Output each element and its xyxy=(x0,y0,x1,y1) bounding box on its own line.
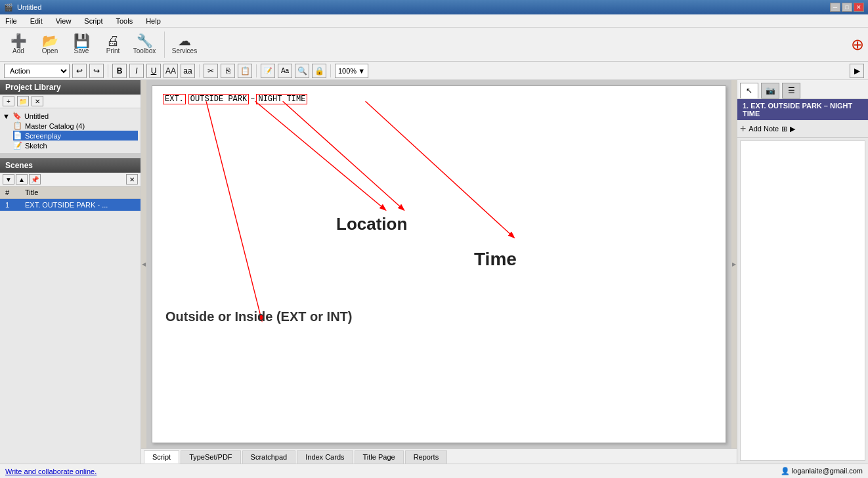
script-tabs: Script TypeSet/PDF Scratchpad Index Card… xyxy=(141,448,737,464)
scenes-column-headers: # Title xyxy=(0,186,141,199)
save-button[interactable]: 💾 Save xyxy=(67,30,96,60)
scenes-col-num: # xyxy=(3,188,22,197)
script-body: ◀ EXT. OUTSIDE PARK – NIGHT TIME xyxy=(141,80,737,448)
zoom-dropdown-icon[interactable]: ▼ xyxy=(358,67,365,75)
tab-script[interactable]: Script xyxy=(144,450,179,464)
fmt-sep-3 xyxy=(256,64,257,77)
script-content[interactable]: EXT. OUTSIDE PARK – NIGHT TIME xyxy=(152,85,726,443)
italic-button[interactable]: I xyxy=(129,64,144,78)
project-library-title: Project Library xyxy=(5,83,61,92)
left-resize-handle[interactable] xyxy=(0,153,141,158)
menu-help[interactable]: Help xyxy=(143,17,163,25)
new-folder-button[interactable]: 📁 xyxy=(17,96,29,106)
scenes-title: Scenes xyxy=(5,161,33,170)
right-tab-list[interactable]: ☰ xyxy=(782,83,800,98)
right-scroll-indicator[interactable]: ▶ xyxy=(731,80,737,448)
add-button[interactable]: ➕ Add xyxy=(4,30,33,60)
open-label: Open xyxy=(42,47,58,54)
help-icon: ⊕ xyxy=(851,35,864,53)
scene-row-1[interactable]: 1 EXT. OUTSIDE PARK - ... xyxy=(0,199,141,211)
toolbox-label: Toolbox xyxy=(133,47,156,54)
tree-root-label: Untitled xyxy=(24,112,49,120)
add-note-button[interactable]: + xyxy=(740,123,746,135)
scenes-up-button[interactable]: ▲ xyxy=(16,174,28,185)
right-panel: ↖ 📷 ☰ 1. EXT. OUTSIDE PARK – NIGHT TIME … xyxy=(737,80,868,464)
svg-line-0 xyxy=(206,101,261,318)
write-collaborate-link[interactable]: Write and collaborate online. xyxy=(5,467,97,475)
menu-file[interactable]: File xyxy=(3,17,20,25)
scenes-close-button[interactable]: ✕ xyxy=(126,174,138,185)
services-label: Services xyxy=(172,47,197,54)
add-item-button[interactable]: + xyxy=(3,96,14,106)
scene-num-1: 1 xyxy=(3,200,22,209)
minimize-button[interactable]: ─ xyxy=(830,3,840,12)
open-icon: 📂 xyxy=(42,34,58,47)
scene-title-1: EXT. OUTSIDE PARK - ... xyxy=(22,200,138,209)
sketch-icon: 📝 xyxy=(13,141,22,150)
tab-index-cards[interactable]: Index Cards xyxy=(297,450,353,464)
notes-options-icon[interactable]: ▶ xyxy=(790,125,795,133)
add-note-label: Add Note xyxy=(749,125,779,133)
user-icon: 👤 xyxy=(781,467,790,475)
right-tab-camera[interactable]: 📷 xyxy=(761,83,779,98)
title-bar: 🎬 Untitled ─ □ ✕ xyxy=(0,0,868,14)
scene-location-part: OUTSIDE PARK xyxy=(188,94,249,104)
bold-button[interactable]: B xyxy=(112,64,127,78)
menu-script[interactable]: Script xyxy=(81,17,105,25)
time-annotation: Time xyxy=(474,249,517,270)
right-panel-toggle[interactable]: ▶ xyxy=(850,64,864,78)
left-scroll-indicator[interactable]: ◀ xyxy=(141,80,146,448)
tree-item-sketch[interactable]: 📝 Sketch xyxy=(13,141,138,150)
scene-heading-line: EXT. OUTSIDE PARK – NIGHT TIME xyxy=(163,94,307,104)
maximize-button[interactable]: □ xyxy=(842,3,852,12)
outside-annotation: Outside or Inside (EXT or INT) xyxy=(165,309,352,324)
menu-edit[interactable]: Edit xyxy=(28,17,45,25)
scenes-pin-button[interactable]: 📌 xyxy=(29,174,41,185)
window-title: Untitled xyxy=(17,3,41,11)
menu-view[interactable]: View xyxy=(53,17,74,25)
underline-button[interactable]: U xyxy=(146,64,161,78)
scene-info-title: 1. EXT. OUTSIDE PARK – NIGHT TIME xyxy=(743,102,852,118)
zoom-control: 100% ▼ xyxy=(335,64,368,78)
toolbox-button[interactable]: 🔧 Toolbox xyxy=(130,30,159,60)
save-icon: 💾 xyxy=(74,34,90,47)
location-annotation: Location xyxy=(336,214,407,234)
open-button[interactable]: 📂 Open xyxy=(35,30,64,60)
find-button[interactable]: 🔍 xyxy=(295,64,309,78)
tree-expand-icon: ▼ xyxy=(3,112,10,120)
toolbox-icon: 🔧 xyxy=(137,34,153,47)
scene-info-header: 1. EXT. OUTSIDE PARK – NIGHT TIME xyxy=(737,99,868,120)
remove-item-button[interactable]: ✕ xyxy=(32,96,43,106)
redo-button[interactable]: ↪ xyxy=(89,64,104,78)
tab-scratchpad[interactable]: Scratchpad xyxy=(242,450,296,464)
menu-tools[interactable]: Tools xyxy=(113,17,135,25)
scenes-down-button[interactable]: ▼ xyxy=(3,174,14,185)
print-label: Print xyxy=(106,47,120,54)
undo-button[interactable]: ↩ xyxy=(72,64,87,78)
cut-button[interactable]: ✂ xyxy=(204,64,218,78)
script-notes-button[interactable]: 📝 xyxy=(261,64,275,78)
app-icon: 🎬 xyxy=(4,3,13,12)
font-big-button[interactable]: AA xyxy=(163,64,178,78)
close-button[interactable]: ✕ xyxy=(854,3,864,12)
format-aa-button[interactable]: Aa xyxy=(278,64,292,78)
add-label: Add xyxy=(12,47,24,54)
services-button[interactable]: ☁ Services xyxy=(170,30,199,60)
user-email: loganlaite@gmail.com xyxy=(792,467,863,475)
lock-button[interactable]: 🔒 xyxy=(312,64,326,78)
right-tab-cursor[interactable]: ↖ xyxy=(740,83,758,98)
print-button[interactable]: 🖨 Print xyxy=(98,30,127,60)
element-type-select[interactable]: Action Scene Heading Character Dialogue … xyxy=(4,64,70,78)
services-icon: ☁ xyxy=(178,34,191,47)
tab-title-page[interactable]: Title Page xyxy=(355,450,404,464)
tree-item-master-catalog[interactable]: 📋 Master Catalog (4) xyxy=(13,121,138,131)
tab-reports[interactable]: Reports xyxy=(405,450,448,464)
font-small-button[interactable]: aa xyxy=(181,64,195,78)
tree-root[interactable]: ▼ 🔖 Untitled xyxy=(3,111,138,121)
tab-typeset[interactable]: TypeSet/PDF xyxy=(181,450,240,464)
paste-button[interactable]: 📋 xyxy=(238,64,252,78)
notes-grid-icon[interactable]: ⊞ xyxy=(781,125,787,133)
tree-item-screenplay[interactable]: 📄 Screenplay xyxy=(13,131,138,141)
scenes-toolbar-left: ▼ ▲ 📌 xyxy=(3,174,41,185)
copy-button[interactable]: ⎘ xyxy=(221,64,235,78)
